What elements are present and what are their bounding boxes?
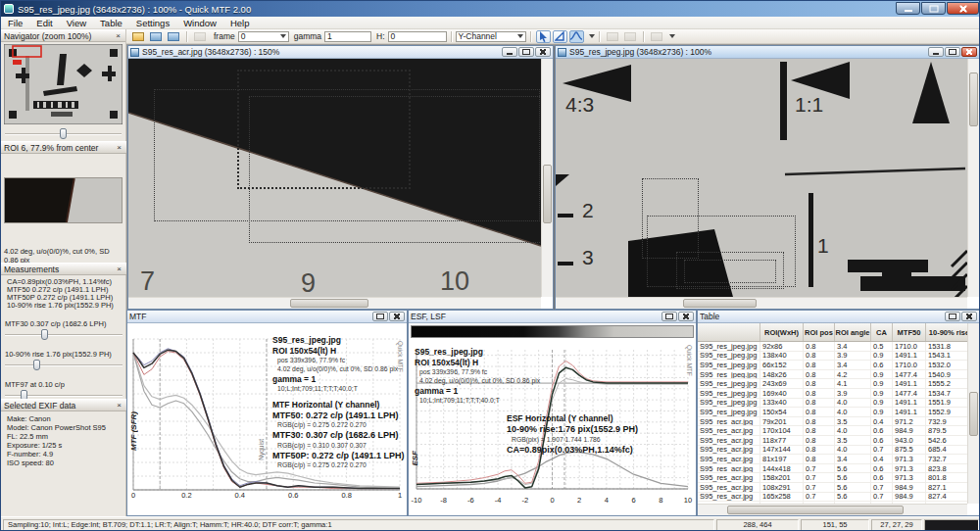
chevron-down-icon[interactable] (589, 34, 595, 38)
table-row[interactable]: S95_res_jpeg.jpg66x1520.83.40.61710.0153… (698, 361, 967, 370)
mtf-window[interactable]: MTF 00.20.40.60.81 MTF (SFR) Nyquist Qui… (126, 310, 408, 516)
scrollbar-thumb[interactable] (969, 72, 978, 126)
roi-rectangle-selected[interactable] (237, 70, 411, 189)
window-maximize-button[interactable] (372, 312, 388, 321)
scrollbar-thumb[interactable] (543, 165, 552, 223)
window-close-button[interactable] (678, 312, 694, 321)
table-row[interactable]: S95_res_jpeg.jpg133x400.84.00.91491.1155… (698, 399, 967, 409)
table-header-cell[interactable]: CA (871, 323, 893, 341)
table-row[interactable]: S95_res_jpeg.jpg169x400.83.90.91477.4153… (698, 389, 967, 399)
menu-file[interactable]: File (1, 17, 29, 28)
navigator-thumbnail[interactable] (4, 44, 122, 124)
esf-window[interactable]: ESF, LSF -10-8-6-4-20246810 ESF Quick MT… (408, 310, 697, 516)
image-window-jpeg-titlebar[interactable]: S95_res_jpeg.jpg (3648x2736) : 100% (556, 46, 979, 59)
open-image-icon[interactable] (150, 32, 162, 41)
window-minimize-button[interactable] (502, 47, 517, 57)
duplicate-window-icon[interactable] (168, 32, 179, 41)
table-header-cell[interactable]: 10-90% rise (926, 323, 967, 341)
horizontal-scrollbar[interactable] (556, 297, 967, 309)
window-maximize-button[interactable] (945, 312, 960, 321)
measurement-slider[interactable] (5, 329, 122, 341)
table-row[interactable]: S95_res_jpeg.jpg150x540.84.00.91491.1155… (698, 408, 967, 417)
table-row[interactable]: S95_res_acr.jpg81x1970.83.40.4971.3732.7… (698, 455, 967, 464)
scrollbar-thumb[interactable] (727, 506, 904, 514)
table-header-cell[interactable]: ROI pos (804, 323, 835, 341)
channel-select[interactable]: Y-Channel (456, 31, 526, 42)
slider-thumb[interactable] (41, 329, 48, 340)
menu-help[interactable]: Help (223, 17, 257, 28)
menu-settings[interactable]: Settings (129, 17, 176, 28)
table-rows[interactable]: S95_res_jpeg.jpg92x860.83.40.51710.01531… (698, 342, 967, 504)
vertical-scrollbar[interactable] (967, 59, 979, 297)
horizontal-scrollbar[interactable] (128, 297, 541, 309)
results-table[interactable]: ROI(WxH)ROI posROI angleCAMTF5010-90% ri… (698, 323, 967, 504)
maximize-button[interactable] (921, 2, 946, 15)
slider-thumb[interactable] (33, 360, 40, 370)
table-row[interactable]: S95_res_acr.jpg118x770.83.50.6943.0542.6… (698, 436, 967, 446)
menu-edit[interactable]: Edit (29, 17, 59, 28)
h-input[interactable]: 0 (388, 31, 447, 42)
menu-window[interactable]: Window (176, 17, 223, 28)
table-row[interactable]: S95_res_acr.jpg108x2910.75.60.7984.9827.… (698, 483, 967, 493)
cursor-tool-button[interactable] (536, 30, 551, 43)
table-row[interactable]: S95_res_acr.jpg147x1440.84.00.7875.5685.… (698, 446, 967, 456)
table-row[interactable]: S95_res_jpeg.jpg92x860.83.40.51710.01531… (698, 342, 967, 352)
horizontal-scrollbar[interactable] (698, 504, 967, 515)
axis-tick: 0 (131, 491, 135, 500)
measurement-slider[interactable] (5, 360, 122, 371)
close-icon[interactable]: × (114, 31, 122, 40)
menu-table[interactable]: Table (93, 17, 129, 28)
vertical-scrollbar[interactable] (541, 59, 553, 297)
table-header-cell[interactable] (698, 323, 760, 341)
close-icon[interactable]: × (115, 143, 123, 152)
curve-tool-button[interactable] (569, 30, 584, 43)
table-header-cell[interactable]: ROI(WxH) (760, 323, 804, 341)
scrollbar-thumb[interactable] (683, 299, 757, 308)
close-icon[interactable]: × (115, 401, 123, 410)
table-window[interactable]: Table ROI(WxH)ROI posROI angleCAMTF5010-… (697, 310, 980, 516)
window-close-button[interactable] (961, 47, 977, 57)
app-title-bar[interactable]: S95_res_jpeg.jpg (3648x2736) : 100% - Qu… (1, 1, 980, 17)
open-file-icon[interactable] (132, 32, 144, 41)
window-close-button[interactable] (535, 47, 551, 57)
table-row[interactable]: S95_res_acr.jpg165x2580.75.60.7984.9827.… (698, 493, 967, 503)
table-window-titlebar[interactable]: Table (698, 311, 979, 323)
close-icon[interactable]: × (115, 265, 123, 273)
image-canvas-acr[interactable]: 7 9 10 (128, 59, 541, 297)
window-close-button[interactable] (961, 312, 977, 321)
image-window-jpeg[interactable]: S95_res_jpeg.jpg (3648x2736) : 100% (555, 45, 980, 310)
table-row[interactable]: S95_res_acr.jpg170x1040.84.00.6984.9879.… (698, 426, 967, 436)
chevron-down-icon[interactable] (669, 34, 675, 38)
zoom-slider[interactable] (5, 128, 122, 140)
close-button[interactable] (947, 2, 979, 15)
table-header-cell[interactable]: ROI angle (835, 323, 871, 341)
image-window-acr-titlebar[interactable]: S95_res_acr.jpg (3648x2736) : 150% (128, 46, 553, 59)
table-header-row[interactable]: ROI(WxH)ROI posROI angleCAMTF5010-90% ri… (698, 323, 967, 342)
image-window-acr[interactable]: S95_res_acr.jpg (3648x2736) : 150% 7 (127, 45, 554, 310)
mtf-window-titlebar[interactable]: MTF (127, 311, 407, 323)
table-row[interactable]: S95_res_acr.jpg79x2010.83.50.4971.2732.9… (698, 417, 967, 427)
table-row[interactable]: S95_res_acr.jpg158x2010.75.60.6971.3801.… (698, 473, 967, 483)
table-row[interactable]: S95_res_acr.jpg144x4180.75.60.6971.3823.… (698, 464, 967, 474)
table-row[interactable]: S95_res_jpeg.jpg148x260.84.20.91477.4154… (698, 370, 967, 380)
vertical-scrollbar[interactable] (967, 323, 979, 504)
window-maximize-button[interactable] (662, 312, 677, 321)
image-canvas-jpeg[interactable]: 4:3 1:1 2 3 1 (556, 59, 967, 297)
window-maximize-button[interactable] (518, 47, 534, 57)
scrollbar-thumb[interactable] (969, 392, 978, 436)
window-maximize-button[interactable] (945, 47, 960, 57)
minimize-button[interactable] (896, 2, 920, 15)
table-row[interactable]: S95_res_jpeg.jpg243x690.84.10.91491.1155… (698, 379, 967, 389)
table-header-cell[interactable]: MTF50 (893, 323, 926, 341)
roi-rectangle[interactable] (684, 260, 776, 283)
scrollbar-thumb[interactable] (290, 299, 368, 308)
window-close-button[interactable] (389, 312, 405, 321)
frame-select[interactable]: 0 (238, 31, 289, 42)
table-row[interactable]: S95_res_jpeg.jpg138x400.83.90.91491.1154… (698, 352, 967, 362)
esf-window-titlebar[interactable]: ESF, LSF (409, 311, 696, 323)
edge-roi-tool-button[interactable] (553, 30, 567, 43)
menu-view[interactable]: View (60, 17, 93, 28)
zoom-slider-thumb[interactable] (60, 128, 67, 139)
window-minimize-button[interactable] (928, 47, 944, 57)
gamma-input[interactable]: 1 (324, 31, 371, 42)
